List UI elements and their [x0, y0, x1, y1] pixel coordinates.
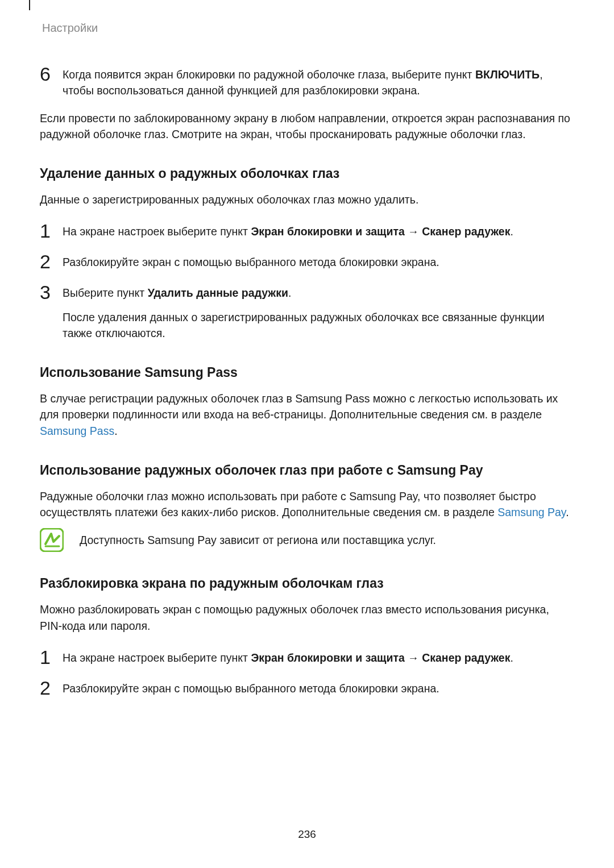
step-body: Когда появится экран блокировки по радуж…: [63, 64, 574, 99]
link-samsung-pass[interactable]: Samsung Pass: [40, 425, 114, 437]
text: .: [566, 506, 569, 518]
paragraph: Радужные оболочки глаз можно использоват…: [40, 488, 574, 521]
text-bold: ВКЛЮЧИТЬ: [475, 68, 540, 81]
text: →: [405, 225, 422, 238]
text: .: [114, 425, 117, 437]
step-3: 3 Выберите пункт Удалить данные радужки.…: [40, 283, 574, 341]
page-header: Настройки: [40, 22, 574, 35]
step-number: 2: [40, 252, 53, 271]
note-text: Доступность Samsung Pay зависит от регио…: [80, 532, 436, 548]
step-6: 6 Когда появится экран блокировки по рад…: [40, 64, 574, 99]
text: Выберите пункт: [63, 286, 148, 299]
text: .: [288, 286, 291, 299]
text: Радужные оболочки глаз можно использоват…: [40, 490, 536, 518]
text: .: [510, 225, 513, 238]
step-1: 1 На экране настроек выберите пункт Экра…: [40, 221, 574, 240]
text-bold: Экран блокировки и защита: [251, 651, 404, 664]
paragraph: В случае регистрации радужных оболочек г…: [40, 391, 574, 439]
step-body: Разблокируйте экран с помощью выбранного…: [63, 252, 574, 271]
svg-rect-0: [40, 529, 63, 551]
step-2: 2 Разблокируйте экран с помощью выбранно…: [40, 252, 574, 271]
paragraph: После удаления данных о зарегистрированн…: [63, 309, 574, 342]
text: →: [405, 651, 422, 664]
heading-samsung-pass: Использование Samsung Pass: [40, 365, 574, 380]
step-number: 2: [40, 678, 53, 697]
text-bold: Сканер радужек: [422, 651, 510, 664]
text: На экране настроек выберите пункт: [63, 225, 251, 238]
note-row: Доступность Samsung Pay зависит от регио…: [40, 528, 574, 552]
heading-unlock-iris: Разблокировка экрана по радужным оболочк…: [40, 576, 574, 591]
step-body: Выберите пункт Удалить данные радужки. П…: [63, 283, 574, 341]
note-icon: [40, 528, 64, 552]
step-number: 1: [40, 221, 53, 240]
link-samsung-pay[interactable]: Samsung Pay: [497, 506, 566, 518]
step-2: 2 Разблокируйте экран с помощью выбранно…: [40, 678, 574, 697]
paragraph: Данные о зарегистрированных радужных обо…: [40, 192, 574, 207]
heading-delete-iris: Удаление данных о радужных оболочках гла…: [40, 166, 574, 181]
text: Когда появится экран блокировки по радуж…: [63, 68, 475, 81]
heading-samsung-pay: Использование радужных оболочек глаз при…: [40, 463, 574, 478]
text: В случае регистрации радужных оболочек г…: [40, 392, 558, 421]
step-body: На экране настроек выберите пункт Экран …: [63, 647, 574, 667]
page-number: 236: [0, 828, 614, 841]
paragraph: Если провести по заблокированному экрану…: [40, 110, 574, 143]
page-crop-mark: [29, 0, 30, 10]
text-bold: Экран блокировки и защита: [251, 225, 404, 238]
step-body: На экране настроек выберите пункт Экран …: [63, 221, 574, 240]
step-body: Разблокируйте экран с помощью выбранного…: [63, 678, 574, 697]
text-bold: Сканер радужек: [422, 225, 510, 238]
text: .: [510, 651, 513, 664]
step-1: 1 На экране настроек выберите пункт Экра…: [40, 647, 574, 667]
step-number: 3: [40, 283, 53, 341]
step-number: 1: [40, 647, 53, 667]
text-bold: Удалить данные радужки: [148, 286, 288, 299]
text: На экране настроек выберите пункт: [63, 651, 251, 664]
paragraph: Можно разблокировать экран с помощью рад…: [40, 601, 574, 634]
step-number: 6: [40, 64, 53, 99]
